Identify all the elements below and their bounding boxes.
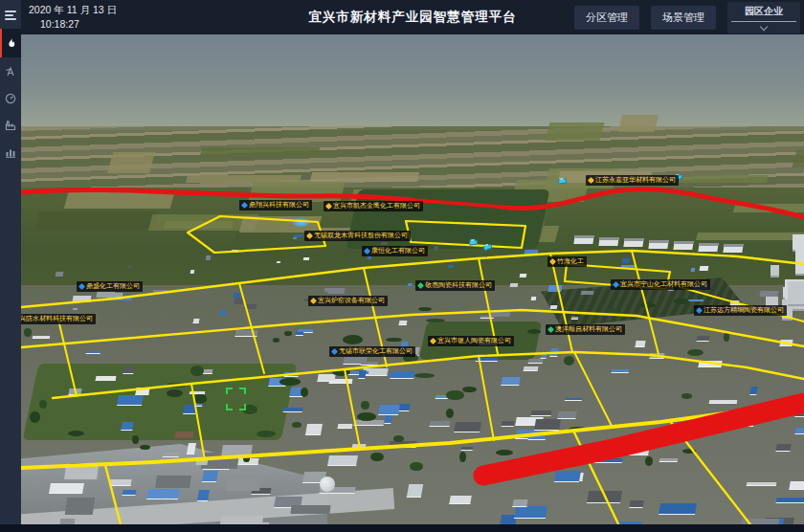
tree-cluster (30, 411, 40, 423)
selection-reticle[interactable] (226, 388, 246, 410)
building (245, 304, 257, 309)
menu-toggle-button[interactable] (0, 4, 21, 27)
company-label[interactable]: 江苏远方精细陶瓷有限公司 (694, 305, 787, 316)
building (461, 447, 474, 451)
building (293, 234, 302, 237)
company-marker-icon (364, 248, 370, 255)
company-name: 鼎盛化工有限公司 (86, 282, 140, 291)
building (327, 288, 345, 294)
company-label[interactable]: 宜兴市宇山化工材料有限公司 (611, 279, 710, 290)
map-viewport[interactable]: 鼎翔兴科技有限公司宜兴市凯杰金鹰化工有限公司无锡双龙木青科技股份有限公司康恒化工… (21, 34, 804, 532)
tree-cluster (193, 394, 208, 404)
tree-cluster (724, 333, 729, 342)
park-enterprise-dropdown[interactable]: 园区企业 (727, 2, 800, 33)
building (232, 250, 239, 253)
sidebar (0, 0, 21, 532)
company-marker-icon (588, 177, 594, 184)
company-name: 宜兴市银人陶瓷有限公司 (437, 337, 511, 345)
building (163, 453, 180, 457)
building (190, 270, 194, 274)
building (650, 353, 665, 359)
field-patch (733, 204, 804, 212)
datetime-display: 2020 年 11 月 13 日 10:18:27 (29, 3, 117, 32)
bottom-strip (0, 524, 804, 532)
building (317, 374, 336, 382)
building (794, 428, 804, 434)
building (549, 305, 557, 309)
company-label[interactable]: 无锡市联荣化工有限公司 (329, 346, 415, 357)
building (759, 291, 778, 297)
company-name: 无锡双龙木青科技股份有限公司 (314, 232, 408, 240)
building (110, 479, 132, 486)
building (122, 422, 134, 431)
sidebar-item-dashboard[interactable] (0, 86, 21, 111)
company-name: 江苏远方精细陶瓷有限公司 (704, 306, 784, 315)
company-label[interactable]: 无锡双龙木青科技股份有限公司 (304, 231, 411, 241)
building (449, 496, 472, 504)
company-marker-icon (306, 233, 313, 239)
building (557, 411, 576, 419)
company-label[interactable]: 宜兴市银人陶瓷有限公司 (428, 336, 514, 346)
tree-cluster (682, 449, 697, 454)
building (123, 366, 135, 374)
company-marker-icon (417, 282, 424, 289)
high-rise-building (795, 250, 804, 277)
company-marker-icon (549, 258, 556, 265)
company-name: 澳洋顺昌材料有限公司 (555, 325, 622, 334)
building (580, 291, 593, 295)
time-text: 10:18:27 (29, 17, 117, 32)
sidebar-item-monitor[interactable] (0, 59, 21, 84)
company-label[interactable]: 宜兴市凯杰金鹰化工有限公司 (324, 201, 423, 211)
zone-management-button[interactable]: 分区管理 (574, 6, 639, 30)
building (501, 377, 521, 386)
building (108, 293, 124, 299)
building (729, 416, 755, 427)
date-text: 2020 年 11 月 13 日 (29, 3, 117, 17)
building (531, 410, 552, 416)
building (86, 351, 101, 354)
building (429, 421, 450, 427)
building (775, 498, 804, 503)
storage-tank (320, 477, 335, 492)
tree-cluster (687, 349, 704, 356)
tree-cluster (569, 427, 588, 432)
sidebar-item-fire[interactable] (0, 29, 21, 57)
building (127, 265, 133, 268)
company-marker-icon (325, 203, 332, 210)
building (123, 490, 137, 496)
building (476, 358, 499, 362)
building (534, 419, 561, 431)
company-label[interactable]: 竹海化工 (547, 256, 587, 267)
building (153, 290, 168, 293)
company-label[interactable]: 康恒化工有限公司 (362, 246, 428, 256)
scene-management-button[interactable]: 场景管理 (651, 6, 716, 30)
white-building (623, 238, 643, 247)
company-label[interactable]: 兴防水材料科技有限公司 (21, 314, 96, 324)
building (549, 348, 559, 357)
company-name: 江苏永嘉亚华材料有限公司 (595, 176, 676, 185)
plant-structure (155, 476, 191, 488)
company-label[interactable]: 澳洋顺昌材料有限公司 (546, 324, 625, 335)
field-patch (249, 182, 346, 202)
building (49, 483, 84, 494)
building (629, 500, 643, 508)
building (197, 490, 210, 501)
company-label[interactable]: 鼎盛化工有限公司 (77, 281, 143, 292)
sidebar-item-enterprise[interactable] (0, 113, 21, 138)
building (659, 503, 697, 515)
building (571, 317, 578, 320)
meadow (22, 364, 297, 440)
sidebar-item-statistics[interactable] (0, 140, 21, 165)
tree-cluster (446, 390, 464, 399)
company-label[interactable]: 敬惠陶瓷科技有限公司 (415, 280, 495, 291)
field-patch (617, 115, 658, 132)
field-patch (546, 122, 605, 141)
field-patch (35, 211, 158, 230)
company-label[interactable]: 鼎翔兴科技有限公司 (239, 200, 312, 211)
company-label[interactable]: 宜兴炉窑设备有限公司 (308, 296, 388, 306)
tree-cluster (243, 454, 251, 462)
building (434, 246, 439, 251)
building (183, 405, 197, 414)
company-label[interactable]: 江苏永嘉亚华材料有限公司 (586, 175, 679, 186)
factory-icon (5, 120, 16, 131)
